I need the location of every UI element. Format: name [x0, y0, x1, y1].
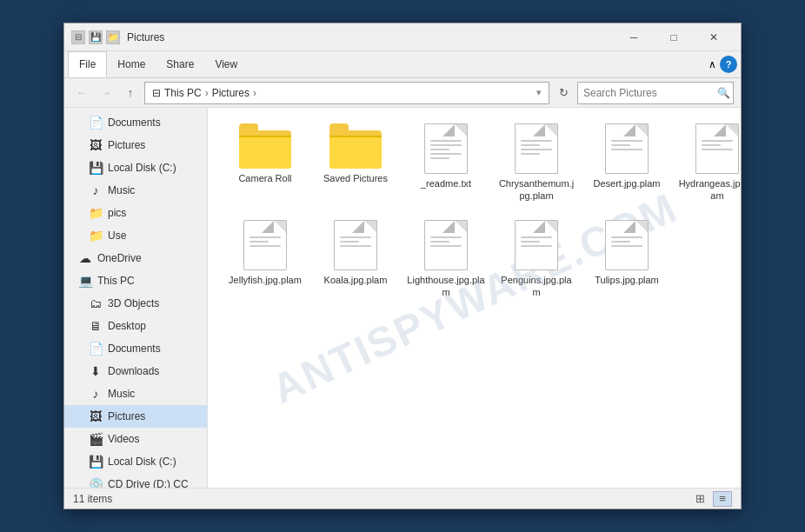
- music2-icon: ♪: [89, 387, 103, 401]
- sidebar-item-local-disk[interactable]: 💾 Local Disk (C:): [64, 156, 207, 179]
- title-bar-icon-2: 💾: [89, 30, 103, 44]
- sidebar-item-this-pc[interactable]: 💻 This PC: [64, 269, 207, 292]
- sidebar-item-label: 3D Objects: [108, 297, 159, 309]
- title-bar-icons: ⊟ 💾 📁: [71, 30, 120, 44]
- sidebar-item-local-disk-c2[interactable]: 💾 Local Disk (C:): [64, 450, 207, 473]
- documents2-icon: 📄: [89, 342, 103, 356]
- tab-share[interactable]: Share: [156, 51, 204, 77]
- file-item-desert[interactable]: Desert.jpg.plam: [583, 118, 670, 195]
- sidebar-item-label: Local Disk (C:): [108, 456, 176, 468]
- title-bar-icon-1: ⊟: [71, 30, 85, 44]
- doc-icon: [334, 220, 377, 270]
- doc-icon: [424, 220, 468, 270]
- close-button[interactable]: ✕: [694, 23, 734, 51]
- search-input[interactable]: [583, 87, 714, 99]
- help-button[interactable]: ?: [720, 56, 737, 73]
- sidebar-item-cd-drive[interactable]: 💿 CD Drive (D:) CC: [64, 473, 207, 488]
- use-icon: 📁: [89, 229, 103, 243]
- local-disk-c2-icon: 💾: [89, 455, 103, 469]
- tab-file[interactable]: File: [68, 51, 107, 77]
- sidebar-item-label: Use: [108, 229, 126, 242]
- collapse-ribbon-icon[interactable]: ∧: [709, 58, 716, 70]
- file-label: Jellyfish.jpg.plam: [229, 274, 302, 286]
- sidebar-item-downloads[interactable]: ⬇ Downloads: [64, 360, 207, 382]
- sidebar-item-label: OneDrive: [97, 252, 142, 264]
- doc-icon: [605, 123, 649, 174]
- file-label: Desert.jpg.plam: [593, 177, 660, 190]
- file-item-jellyfish[interactable]: Jellyfish.jpg.plam: [222, 215, 309, 291]
- title-bar-icon-3: 📁: [106, 30, 120, 44]
- doc-icon: [605, 220, 649, 270]
- view-controls: ⊞ ≡: [690, 491, 732, 507]
- ribbon: File Home Share View ∧ ?: [64, 51, 741, 78]
- sidebar-item-pictures[interactable]: 🖼 Pictures: [64, 134, 207, 156]
- file-item-lighthouse[interactable]: Lighthouse.jpg.plam: [402, 215, 489, 304]
- file-item-saved-pictures[interactable]: Saved Pictures: [312, 118, 399, 190]
- window-title: Pictures: [127, 31, 614, 43]
- sidebar-item-desktop[interactable]: 🖥 Desktop: [64, 315, 207, 337]
- sidebar-item-pictures2[interactable]: 🖼 Pictures: [64, 405, 207, 428]
- file-item-koala[interactable]: Koala.jpg.plam: [312, 215, 399, 291]
- ribbon-chevron: ∧ ?: [709, 56, 737, 73]
- sidebar-item-videos[interactable]: 🎬 Videos: [64, 428, 207, 450]
- file-label: Saved Pictures: [323, 172, 388, 184]
- address-bar: ← → ↑ ⊟ This PC › Pictures › ▾ ↻ 🔍: [64, 78, 741, 108]
- grid-view-button[interactable]: ⊞: [690, 491, 709, 507]
- file-label: _readme.txt: [421, 177, 471, 190]
- address-path[interactable]: ⊟ This PC › Pictures › ▾: [144, 82, 549, 104]
- sidebar-item-documents2[interactable]: 📄 Documents: [64, 337, 207, 360]
- refresh-button[interactable]: ↻: [553, 83, 574, 103]
- minimize-button[interactable]: ─: [614, 23, 654, 51]
- sidebar-item-pics[interactable]: 📁 pics: [64, 202, 207, 224]
- file-item-hydrangeas[interactable]: Hydrangeas.jpg.plam: [674, 118, 741, 208]
- sidebar-item-label: This PC: [97, 275, 135, 287]
- file-label: Koala.jpg.plam: [324, 274, 388, 286]
- file-label: Chrysanthemum.jpg.plam: [497, 177, 575, 203]
- doc-icon: [424, 123, 468, 174]
- downloads-icon: ⬇: [89, 364, 103, 378]
- item-count: 11 items: [73, 493, 112, 505]
- sidebar-item-label: Videos: [108, 433, 139, 445]
- sidebar-item-use[interactable]: 📁 Use: [64, 224, 207, 247]
- music-icon: ♪: [89, 183, 103, 197]
- cd-drive-icon: 💿: [89, 477, 103, 488]
- desktop-icon: 🖥: [89, 319, 103, 333]
- file-label: Penguins.jpg.plam: [497, 274, 575, 299]
- file-item-tulips[interactable]: Tulips.jpg.plam: [583, 215, 670, 291]
- path-dropdown[interactable]: ▾: [536, 87, 542, 98]
- path-pictures[interactable]: Pictures: [212, 87, 249, 99]
- forward-button[interactable]: →: [96, 83, 116, 103]
- file-item-readme[interactable]: _readme.txt: [402, 118, 489, 195]
- file-item-chrysanthemum[interactable]: Chrysanthemum.jpg.plam: [493, 118, 580, 208]
- pics-icon: 📁: [89, 206, 103, 220]
- tab-view[interactable]: View: [204, 51, 248, 77]
- back-button[interactable]: ←: [71, 83, 92, 103]
- path-icon: ⊟: [152, 87, 161, 99]
- path-sep-1: ›: [205, 87, 209, 99]
- doc-icon: [515, 123, 558, 174]
- sidebar-item-label: Downloads: [108, 365, 159, 377]
- sidebar-item-documents[interactable]: 📄 Documents: [64, 111, 207, 134]
- sidebar-item-onedrive[interactable]: ☁ OneDrive: [64, 247, 207, 269]
- tab-home[interactable]: Home: [107, 51, 156, 77]
- doc-icon: [243, 220, 287, 270]
- sidebar-item-label: Documents: [108, 116, 161, 129]
- window-controls: ─ □ ✕: [614, 23, 734, 51]
- file-item-camera-roll[interactable]: Camera Roll: [222, 118, 309, 190]
- search-box[interactable]: 🔍: [577, 82, 734, 104]
- list-view-button[interactable]: ≡: [713, 491, 732, 507]
- doc-icon: [515, 220, 558, 270]
- sidebar-item-music2[interactable]: ♪ Music: [64, 382, 207, 405]
- up-button[interactable]: ↑: [120, 83, 141, 103]
- maximize-button[interactable]: □: [654, 23, 694, 51]
- ribbon-tabs: File Home Share View ∧ ?: [64, 51, 741, 77]
- file-item-penguins[interactable]: Penguins.jpg.plam: [493, 215, 580, 304]
- doc-icon: [695, 123, 739, 174]
- sidebar-item-music[interactable]: ♪ Music: [64, 179, 207, 202]
- file-explorer-window: ⊟ 💾 📁 Pictures ─ □ ✕ File Home Share Vie…: [63, 23, 742, 509]
- sidebar-item-3d-objects[interactable]: 🗂 3D Objects: [64, 292, 207, 315]
- sidebar: 📄 Documents 🖼 Pictures 💾 Local Disk (C:)…: [64, 108, 208, 488]
- folder-icon: [329, 123, 382, 169]
- onedrive-icon: ☁: [78, 251, 92, 265]
- path-this-pc[interactable]: This PC: [164, 87, 202, 99]
